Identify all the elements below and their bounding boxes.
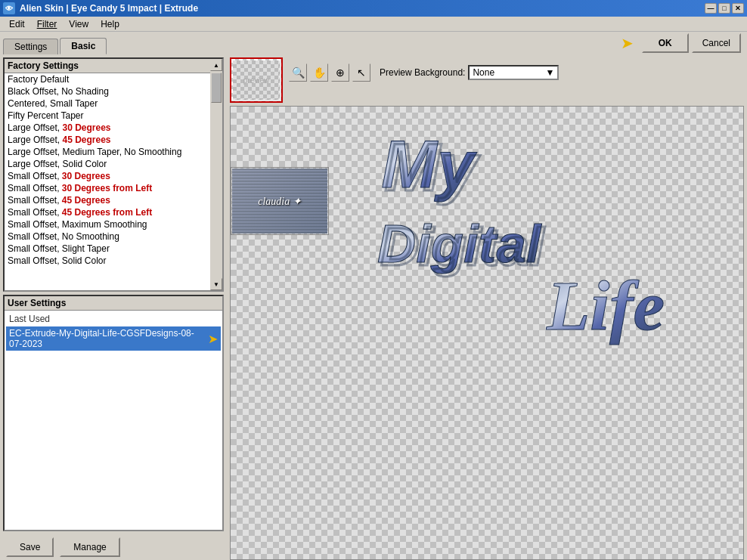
user-item-arrow: ➤ [208, 332, 218, 346]
user-settings-item[interactable]: EC-Extrude-My-Digital-Life-CGSFDesigns-0… [6, 326, 221, 351]
tab-bar: Settings Basic [3, 38, 642, 54]
minimize-button[interactable]: — [705, 3, 717, 14]
factory-settings-header: Factory Settings [5, 59, 210, 73]
factory-list-item[interactable]: Small Offset, Maximum Smoothing [5, 218, 210, 230]
zoom-tool-icon[interactable]: 🔍 [289, 63, 307, 82]
factory-list-item[interactable]: Centered, Small Taper [5, 97, 210, 110]
hand-tool-icon[interactable]: ✋ [310, 63, 328, 82]
left-panel: Factory Settings Factory DefaultBlack Of… [0, 54, 227, 560]
factory-list-item[interactable]: Small Offset, 30 Degrees from Left [5, 182, 210, 194]
app-icon: 👁 [3, 2, 15, 14]
factory-list-item[interactable]: Small Offset, 30 Degrees [5, 170, 210, 182]
arrow-tool-icon[interactable]: ↖ [352, 63, 370, 82]
title-bar: 👁 Alien Skin | Eye Candy 5 Impact | Extr… [0, 0, 747, 17]
last-used-label: Last Used [6, 312, 221, 326]
button-row: Save Manage [3, 534, 224, 560]
canvas-area: claudia ✦ M [230, 106, 744, 560]
factory-list-item[interactable]: Large Offset, Medium Taper, No Smoothing [5, 146, 210, 158]
factory-settings-scrollbar[interactable]: ▲ ▼ [210, 59, 222, 290]
menu-help[interactable]: Help [95, 17, 126, 31]
factory-settings-box: Factory Settings Factory DefaultBlack Of… [3, 57, 224, 292]
factory-list-item[interactable]: Small Offset, Slight Taper [5, 243, 210, 255]
ok-arrow-indicator: ➤ [621, 34, 634, 52]
claudia-image: claudia ✦ [232, 169, 327, 234]
thumbnail-preview: preview [230, 57, 283, 103]
ok-button[interactable]: OK [642, 33, 689, 53]
svg-text:My: My [384, 130, 480, 205]
factory-list-item[interactable]: Large Offset, Solid Color [5, 158, 210, 170]
title-bar-left: 👁 Alien Skin | Eye Candy 5 Impact | Extr… [3, 2, 198, 14]
factory-list-item[interactable]: Small Offset, 45 Degrees [5, 194, 210, 206]
thumbnail-image: preview [233, 60, 280, 100]
maximize-button[interactable]: □ [718, 3, 730, 14]
title-bar-text: Alien Skin | Eye Candy 5 Impact | Extrud… [20, 3, 198, 14]
menu-bar: Edit Filter View Help [0, 17, 747, 32]
tab-basic[interactable]: Basic [60, 38, 107, 54]
ok-cancel-group: ➤ OK Cancel [642, 33, 741, 54]
scroll-up-arrow[interactable]: ▲ [210, 59, 222, 71]
zoom-in-tool-icon[interactable]: ⊕ [331, 63, 349, 82]
preview-svg: My Digital Life My Digital [358, 107, 736, 379]
main-area: Factory Settings Factory DefaultBlack Of… [0, 54, 747, 560]
menu-view[interactable]: View [63, 17, 95, 31]
scroll-thumb[interactable] [211, 73, 222, 103]
svg-text:Digital: Digital [380, 217, 545, 277]
factory-list-item[interactable]: Fifty Percent Taper [5, 110, 210, 122]
user-settings-header: User Settings [5, 296, 222, 311]
save-button[interactable]: Save [6, 537, 54, 557]
manage-button[interactable]: Manage [60, 537, 119, 557]
right-panel: preview 🔍 ✋ ⊕ ↖ Preview Background: None… [227, 54, 747, 560]
title-bar-controls[interactable]: — □ ✕ [705, 3, 744, 14]
user-settings-box: User Settings Last Used EC-Extrude-My-Di… [3, 295, 224, 531]
close-button[interactable]: ✕ [732, 3, 744, 14]
svg-text:Life: Life [546, 266, 665, 345]
factory-list-item[interactable]: Black Offset, No Shading [5, 85, 210, 97]
claudia-thumbnail: claudia ✦ [231, 167, 329, 235]
factory-list-item[interactable]: Large Offset, 45 Degrees [5, 134, 210, 146]
factory-list-item[interactable]: Small Offset, Solid Color [5, 255, 210, 267]
user-item-text: EC-Extrude-My-Digital-Life-CGSFDesigns-0… [9, 328, 205, 349]
scroll-down-arrow[interactable]: ▼ [210, 278, 222, 290]
factory-list-item[interactable]: Large Offset, 30 Degrees [5, 122, 210, 134]
factory-list-item[interactable]: Small Offset, 45 Degrees from Left [5, 206, 210, 218]
cancel-button[interactable]: Cancel [692, 33, 741, 53]
user-settings-list[interactable]: Last Used EC-Extrude-My-Digital-Life-CGS… [5, 311, 222, 530]
tab-settings[interactable]: Settings [3, 39, 58, 54]
factory-list-item[interactable]: Small Offset, No Smoothing [5, 230, 210, 243]
preview-bg-select[interactable]: None ▼ [468, 65, 559, 80]
claudia-text: claudia ✦ [258, 195, 302, 208]
factory-settings-list[interactable]: Factory DefaultBlack Offset, No ShadingC… [5, 73, 210, 290]
preview-bg-dropdown-arrow[interactable]: ▼ [546, 67, 555, 78]
factory-list-item[interactable]: Factory Default [5, 73, 210, 85]
preview-bg-label: Preview Background: [380, 67, 465, 78]
menu-filter[interactable]: Filter [31, 17, 64, 31]
menu-edit[interactable]: Edit [3, 17, 31, 31]
